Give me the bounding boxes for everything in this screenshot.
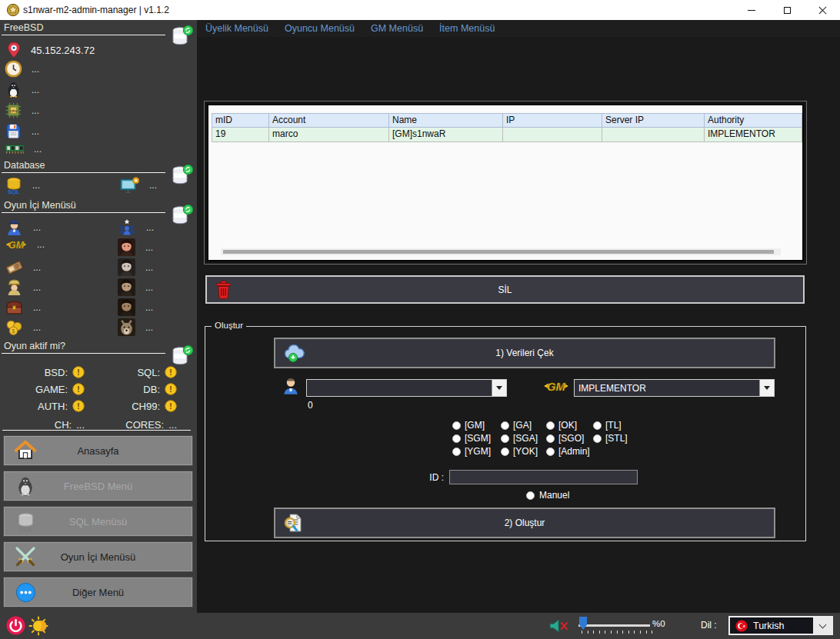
column-header-ip[interactable]: IP [503, 113, 602, 128]
cell-mid: 19 [212, 128, 269, 142]
database-sync-icon[interactable] [172, 163, 193, 188]
speaker-muted-icon[interactable] [548, 618, 570, 634]
window-title: s1nwar-m2-admin-manager | v1.1.2 [23, 5, 169, 15]
radio-ygm[interactable]: [YGM] [452, 446, 491, 457]
menu-oyuncu[interactable]: Oyuncu Menüsü [285, 23, 355, 34]
server-settings-icon [119, 176, 140, 195]
wolf-portrait-icon [117, 318, 136, 337]
chevron-down-icon [818, 621, 826, 628]
close-button[interactable] [805, 0, 840, 20]
sura-portrait-icon [117, 258, 136, 277]
status-label-sql: SQL: [137, 367, 160, 378]
gm-badge-icon [542, 378, 570, 394]
radio-ok[interactable]: [OK] [546, 420, 577, 431]
nav-label: Anasayfa [4, 436, 192, 465]
warning-icon [165, 383, 177, 395]
delete-button[interactable]: SİL [205, 275, 805, 304]
sidebar-item-ingame-menu[interactable]: Oyun İçi Menüsü [3, 541, 193, 572]
ingame-item-general[interactable]: ... [5, 278, 41, 297]
volume-percent: %0 [652, 619, 665, 628]
status-label-ch99: CH99: [132, 401, 160, 412]
manual-checkbox[interactable]: Manuel [526, 490, 569, 501]
create-button[interactable]: 2) Oluştur [274, 508, 775, 538]
ingame-item-chest[interactable]: ... [5, 298, 41, 317]
ingame-item-gold[interactable]: ... [5, 318, 41, 337]
sidebar-item-other-menu[interactable]: Diğer Menü [3, 577, 193, 607]
warning-icon [165, 400, 177, 412]
scrollbar-thumb[interactable] [223, 250, 774, 254]
minimize-button[interactable] [734, 0, 769, 20]
status-row: BSD: SQL: [0, 364, 180, 380]
cell-server-ip [602, 128, 705, 142]
dropdown-arrow-button[interactable] [759, 380, 774, 396]
server-app-status-row: ... [119, 176, 157, 195]
section-title-ingame: Oyun İçi Menüsü [4, 200, 76, 211]
checkbox-icon [526, 491, 535, 500]
document-search-icon [283, 512, 305, 534]
close-icon [818, 6, 827, 15]
volume-slider-thumb[interactable] [579, 617, 587, 630]
volume-slider-track[interactable] [578, 624, 650, 627]
radio-gm[interactable]: [GM] [452, 420, 485, 431]
sidebar-item-anasayfa[interactable]: Anasayfa [3, 435, 193, 466]
radio-tl[interactable]: [TL] [593, 420, 622, 431]
table-row[interactable]: 19 marco [GM]s1nwaR IMPLEMENTOR [212, 128, 802, 142]
ingame-item-value: ... [33, 322, 41, 333]
ingame-item-value: ... [145, 302, 153, 313]
database-sync-icon[interactable] [172, 24, 193, 48]
gm-rank-select[interactable]: IMPLEMENTOR [574, 379, 775, 397]
player-select[interactable] [306, 379, 507, 397]
section-title-database: Database [4, 160, 45, 171]
ingame-item-warrior[interactable]: ... [117, 238, 153, 257]
ingame-item-value: ... [145, 242, 153, 253]
nav-label: SQL Menüsü [4, 507, 192, 536]
radio-sgo[interactable]: [SGO] [546, 433, 584, 444]
radio-label: [TL] [605, 420, 622, 431]
general-icon [5, 278, 24, 297]
column-header-name[interactable]: Name [389, 113, 503, 128]
map-pin-icon [5, 41, 23, 59]
column-header-mid[interactable]: mID [212, 113, 269, 128]
menu-uyelik[interactable]: Üyelik Menüsü [205, 23, 268, 34]
ingame-item-wolf[interactable]: ... [117, 318, 153, 337]
item-ticket-icon [5, 258, 24, 277]
dropdown-arrow-button[interactable] [492, 380, 506, 396]
sidebar-item-freebsd-menu[interactable]: FreeBSD Menü [3, 471, 193, 501]
gm-rank-value: IMPLEMENTOR [575, 383, 759, 394]
rank-radio-row: [GM] [GA] [OK] [TL] [452, 420, 668, 431]
ingame-item-gm-online[interactable]: ... [5, 218, 41, 237]
ingame-item-shaman[interactable]: ... [117, 298, 153, 317]
column-header-server-ip[interactable]: Server IP [602, 113, 705, 128]
radio-yok[interactable]: [YOK] [501, 446, 538, 457]
status-value-cores: ... [168, 419, 177, 431]
ingame-item-ninja[interactable]: ... [117, 278, 153, 297]
language-select[interactable]: Turkish [728, 616, 833, 635]
ingame-item-sura[interactable]: ... [117, 258, 153, 277]
radio-admin[interactable]: [Admin] [546, 446, 590, 457]
volume-slider-ticks [582, 631, 652, 634]
delete-button-label: SİL [498, 285, 512, 295]
column-header-account[interactable]: Account [269, 113, 389, 128]
column-header-authority[interactable]: Authority [705, 113, 802, 128]
menu-item[interactable]: İtem Menüsü [439, 23, 495, 34]
fetch-data-button-label: 1) Verileri Çek [495, 348, 553, 358]
radio-stl[interactable]: [STL] [593, 433, 628, 444]
database-sync-icon[interactable] [172, 203, 193, 228]
radio-sgm[interactable]: [SGM] [452, 433, 491, 444]
menu-gm[interactable]: GM Menüsü [371, 23, 423, 34]
id-input[interactable] [449, 470, 638, 484]
power-button[interactable] [6, 616, 25, 635]
radio-sga[interactable]: [SGA] [501, 433, 538, 444]
radio-label: [STL] [605, 433, 628, 444]
sidebar-item-sql-menu[interactable]: SQL Menüsü [3, 506, 193, 537]
radio-label: [SGA] [513, 433, 538, 444]
theme-sun-icon[interactable] [28, 616, 48, 636]
radio-ga[interactable]: [GA] [501, 420, 532, 431]
horizontal-scrollbar[interactable] [221, 248, 781, 255]
ingame-item-items[interactable]: ... [5, 258, 41, 277]
fetch-data-button[interactable]: 1) Verileri Çek [274, 338, 775, 368]
dropdown-arrow-button[interactable] [813, 617, 832, 634]
ingame-item-players[interactable]: ... [117, 218, 154, 237]
maximize-button[interactable] [769, 0, 805, 20]
ingame-item-gm-list[interactable]: ... [5, 238, 45, 251]
